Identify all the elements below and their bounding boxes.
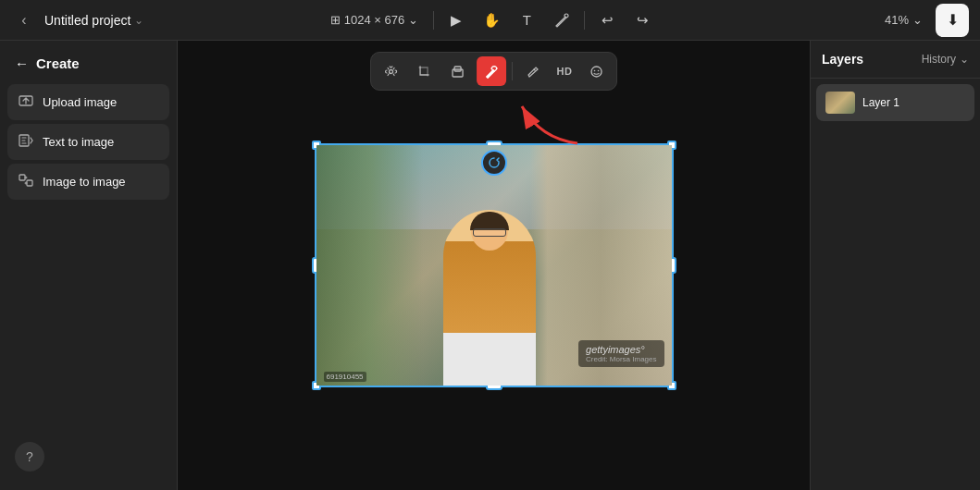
- sidebar-header: ← Create: [7, 52, 169, 80]
- svg-point-5: [390, 69, 393, 73]
- canvas-face-button[interactable]: [581, 56, 611, 86]
- text-to-image-button[interactable]: Text to image: [7, 124, 169, 160]
- zoom-chevron-icon: ⌄: [912, 13, 923, 27]
- back-button[interactable]: ‹: [11, 7, 37, 33]
- sidebar-title: Create: [36, 55, 80, 71]
- hd-label: HD: [557, 66, 573, 77]
- getty-brand: gettyimages°: [586, 344, 656, 355]
- svg-point-10: [594, 69, 596, 71]
- pen-tool-button[interactable]: [547, 6, 577, 35]
- redo-button[interactable]: ↪: [627, 6, 657, 35]
- canvas-size-button[interactable]: ⊞ 1024 × 676 ⌄: [323, 9, 426, 31]
- canvas-size-text: 1024 × 676: [344, 13, 404, 27]
- upload-image-button[interactable]: Upload image: [7, 84, 169, 120]
- history-tab[interactable]: History ⌄: [922, 53, 969, 66]
- layer-thumbnail: [825, 92, 855, 114]
- canvas-magic-button[interactable]: [477, 56, 506, 86]
- canvas-size-icon: ⊞: [330, 13, 341, 27]
- text-to-image-label: Text to image: [43, 135, 114, 149]
- svg-point-9: [591, 67, 602, 77]
- canvas-toolbar: HD: [370, 52, 618, 91]
- download-button[interactable]: ⬇: [936, 4, 969, 37]
- svg-rect-4: [27, 180, 32, 186]
- image-watermark: gettyimages° Credit: Morsa Images: [578, 340, 664, 367]
- panel-title: Layers: [822, 52, 863, 67]
- topbar: ‹ Untitled project ⌄ ⊞ 1024 × 676 ⌄ ▶ ✋ …: [0, 0, 980, 41]
- download-icon: ⬇: [947, 11, 959, 29]
- upload-image-label: Upload image: [43, 95, 117, 109]
- project-title-button[interactable]: Untitled project ⌄: [44, 13, 143, 28]
- canvas-image-frame[interactable]: gettyimages° Credit: Morsa Images 691910…: [315, 143, 674, 387]
- image-person-face: [471, 212, 508, 251]
- canvas-image: gettyimages° Credit: Morsa Images 691910…: [316, 145, 672, 386]
- image-to-image-icon: [19, 173, 33, 190]
- history-chevron-icon: ⌄: [960, 53, 969, 66]
- undo-button[interactable]: ↩: [592, 6, 622, 35]
- topbar-right: 41% ⌄ ⬇: [784, 4, 969, 37]
- canvas-crop-button[interactable]: [410, 56, 440, 86]
- topbar-center: ⊞ 1024 × 676 ⌄ ▶ ✋ T ↩ ↪: [196, 6, 784, 35]
- getty-credit: Credit: Morsa Images: [586, 355, 656, 363]
- panel-header: Layers History ⌄: [811, 41, 980, 79]
- image-id: 691910455: [324, 372, 366, 382]
- project-title-text: Untitled project: [44, 13, 130, 28]
- separator-1: [433, 11, 434, 30]
- canvas-separator: [512, 62, 513, 80]
- sidebar: ← Create Upload image Text to image: [0, 41, 178, 490]
- layer-name: Layer 1: [862, 96, 899, 109]
- image-person-hair: [470, 212, 509, 230]
- zoom-level-text: 41%: [885, 13, 909, 27]
- select-tool-button[interactable]: ▶: [441, 6, 471, 35]
- help-icon: ?: [26, 449, 33, 464]
- layer-item[interactable]: Layer 1: [816, 84, 974, 121]
- zoom-button[interactable]: 41% ⌄: [879, 9, 928, 31]
- rotate-handle[interactable]: [481, 150, 507, 176]
- svg-rect-3: [19, 175, 25, 180]
- canvas-area[interactable]: HD: [178, 41, 810, 490]
- text-tool-button[interactable]: T: [512, 6, 541, 35]
- canvas-settings-button[interactable]: [377, 56, 406, 86]
- project-chevron-icon: ⌄: [134, 14, 143, 27]
- image-to-image-label: Image to image: [43, 175, 126, 189]
- upload-image-icon: [19, 93, 33, 111]
- history-tab-label: History: [922, 53, 956, 66]
- separator-2: [584, 11, 585, 30]
- sidebar-back-icon: ←: [15, 55, 29, 71]
- sidebar-footer: ?: [7, 435, 169, 479]
- canvas-size-chevron: ⌄: [408, 13, 418, 27]
- canvas-hd-button[interactable]: HD: [552, 62, 578, 80]
- image-person-body: [443, 210, 536, 386]
- svg-point-11: [598, 69, 600, 71]
- topbar-left: ‹ Untitled project ⌄: [11, 7, 196, 33]
- image-to-image-button[interactable]: Image to image: [7, 164, 169, 200]
- canvas-edit-button[interactable]: [518, 56, 548, 86]
- right-panel: Layers History ⌄ Layer 1: [810, 41, 980, 490]
- canvas-layers-button[interactable]: [443, 56, 473, 86]
- image-person-glasses: [473, 228, 506, 237]
- help-button[interactable]: ?: [15, 442, 44, 472]
- text-to-image-icon: [19, 133, 33, 151]
- move-tool-button[interactable]: ✋: [477, 6, 506, 35]
- main-area: ← Create Upload image Text to image: [0, 41, 980, 490]
